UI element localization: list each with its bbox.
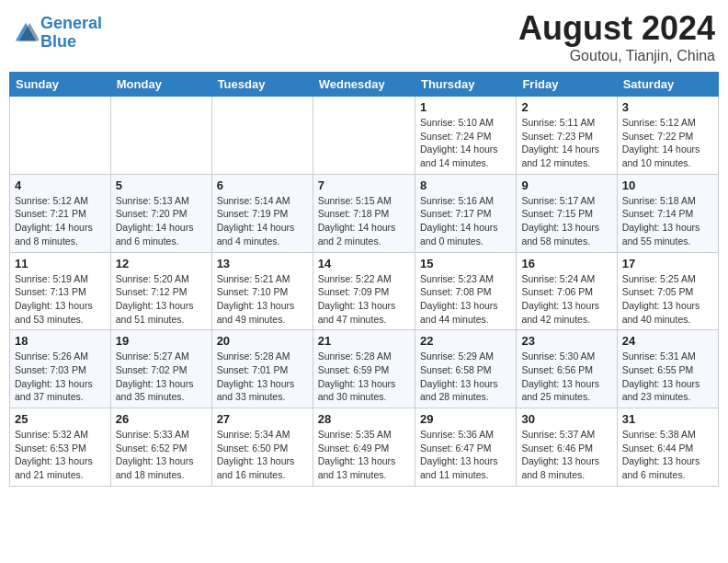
day-info: Sunrise: 5:36 AMSunset: 6:47 PMDaylight:… [420,428,511,482]
calendar-week-1: 1Sunrise: 5:10 AMSunset: 7:24 PMDaylight… [10,97,719,175]
calendar-cell-w2d1: 4Sunrise: 5:12 AMSunset: 7:21 PMDaylight… [10,174,111,252]
day-info: Sunrise: 5:29 AMSunset: 6:58 PMDaylight:… [420,350,511,404]
day-info: Sunrise: 5:20 AMSunset: 7:12 PMDaylight:… [116,272,207,327]
day-info: Sunrise: 5:22 AMSunset: 7:09 PMDaylight:… [318,272,410,327]
day-info: Sunrise: 5:33 AMSunset: 6:52 PMDaylight:… [116,428,207,482]
day-info: Sunrise: 5:14 AMSunset: 7:19 PMDaylight:… [217,194,308,248]
calendar-cell-w4d2: 19Sunrise: 5:27 AMSunset: 7:02 PMDayligh… [110,330,211,408]
day-number: 6 [217,178,308,192]
day-number: 16 [521,257,611,270]
day-info: Sunrise: 5:25 AMSunset: 7:05 PMDaylight:… [622,272,713,327]
logo: General Blue [13,15,102,52]
day-number: 3 [622,100,713,114]
day-number: 15 [420,257,511,270]
day-info: Sunrise: 5:23 AMSunset: 7:08 PMDaylight:… [420,272,511,327]
day-number: 31 [622,412,713,426]
weekday-header-saturday: Saturday [617,73,718,97]
calendar-cell-w2d4: 7Sunrise: 5:15 AMSunset: 7:18 PMDaylight… [313,174,415,252]
day-info: Sunrise: 5:31 AMSunset: 6:55 PMDaylight:… [622,350,713,404]
day-number: 10 [622,178,713,192]
day-info: Sunrise: 5:37 AMSunset: 6:46 PMDaylight:… [521,428,611,482]
calendar-week-3: 11Sunrise: 5:19 AMSunset: 7:13 PMDayligh… [10,252,719,330]
day-info: Sunrise: 5:28 AMSunset: 6:59 PMDaylight:… [318,350,410,404]
calendar-cell-w2d3: 6Sunrise: 5:14 AMSunset: 7:19 PMDaylight… [211,174,313,252]
calendar-cell-w1d5: 1Sunrise: 5:10 AMSunset: 7:24 PMDaylight… [415,97,516,175]
day-number: 19 [116,334,207,348]
calendar-cell-w5d3: 27Sunrise: 5:34 AMSunset: 6:50 PMDayligh… [211,408,313,487]
day-number: 17 [622,257,713,270]
calendar-cell-w4d7: 24Sunrise: 5:31 AMSunset: 6:55 PMDayligh… [617,330,718,408]
weekday-header-row: SundayMondayTuesdayWednesdayThursdayFrid… [10,73,719,97]
day-info: Sunrise: 5:38 AMSunset: 6:44 PMDaylight:… [622,428,713,482]
calendar-cell-w2d7: 10Sunrise: 5:18 AMSunset: 7:14 PMDayligh… [617,174,718,252]
day-number: 18 [15,334,106,348]
day-number: 14 [318,257,410,270]
day-info: Sunrise: 5:35 AMSunset: 6:49 PMDaylight:… [318,428,410,482]
calendar-cell-w5d1: 25Sunrise: 5:32 AMSunset: 6:53 PMDayligh… [10,408,111,487]
calendar-cell-w1d6: 2Sunrise: 5:11 AMSunset: 7:23 PMDaylight… [517,97,617,175]
day-info: Sunrise: 5:12 AMSunset: 7:22 PMDaylight:… [622,116,713,170]
calendar-cell-w2d5: 8Sunrise: 5:16 AMSunset: 7:17 PMDaylight… [415,174,516,252]
day-number: 11 [15,257,106,270]
day-number: 25 [15,412,106,426]
day-info: Sunrise: 5:24 AMSunset: 7:06 PMDaylight:… [521,272,611,327]
calendar-cell-w4d6: 23Sunrise: 5:30 AMSunset: 6:56 PMDayligh… [517,330,617,408]
day-info: Sunrise: 5:16 AMSunset: 7:17 PMDaylight:… [420,194,511,248]
day-info: Sunrise: 5:18 AMSunset: 7:14 PMDaylight:… [622,194,713,248]
weekday-header-monday: Monday [110,73,211,97]
day-number: 7 [318,178,410,192]
day-number: 5 [116,178,207,192]
day-number: 13 [217,257,308,270]
day-number: 28 [318,412,410,426]
calendar-week-2: 4Sunrise: 5:12 AMSunset: 7:21 PMDaylight… [10,174,719,252]
day-info: Sunrise: 5:11 AMSunset: 7:23 PMDaylight:… [521,116,611,170]
day-number: 29 [420,412,511,426]
day-info: Sunrise: 5:26 AMSunset: 7:03 PMDaylight:… [15,350,106,404]
weekday-header-friday: Friday [517,73,617,97]
day-info: Sunrise: 5:12 AMSunset: 7:21 PMDaylight:… [15,194,106,248]
calendar-cell-w3d3: 13Sunrise: 5:21 AMSunset: 7:10 PMDayligh… [211,252,313,330]
day-info: Sunrise: 5:17 AMSunset: 7:15 PMDaylight:… [521,194,611,248]
day-info: Sunrise: 5:10 AMSunset: 7:24 PMDaylight:… [420,116,511,170]
day-number: 23 [521,334,611,348]
calendar-cell-w1d1 [10,97,111,175]
calendar-cell-w5d2: 26Sunrise: 5:33 AMSunset: 6:52 PMDayligh… [110,408,211,487]
day-number: 8 [420,178,511,192]
title-block: August 2024 Goutou, Tianjin, China [518,9,715,64]
day-number: 24 [622,334,713,348]
calendar-cell-w4d5: 22Sunrise: 5:29 AMSunset: 6:58 PMDayligh… [415,330,516,408]
day-info: Sunrise: 5:15 AMSunset: 7:18 PMDaylight:… [318,194,410,248]
calendar-cell-w3d7: 17Sunrise: 5:25 AMSunset: 7:05 PMDayligh… [617,252,718,330]
day-info: Sunrise: 5:28 AMSunset: 7:01 PMDaylight:… [217,350,308,404]
day-number: 27 [217,412,308,426]
page-header: General Blue August 2024 Goutou, Tianjin… [9,9,719,64]
day-number: 20 [217,334,308,348]
calendar-cell-w5d7: 31Sunrise: 5:38 AMSunset: 6:44 PMDayligh… [617,408,718,487]
calendar-cell-w3d4: 14Sunrise: 5:22 AMSunset: 7:09 PMDayligh… [313,252,415,330]
weekday-header-sunday: Sunday [10,73,111,97]
day-number: 1 [420,100,511,114]
calendar-cell-w1d3 [211,97,313,175]
calendar-week-4: 18Sunrise: 5:26 AMSunset: 7:03 PMDayligh… [10,330,719,408]
calendar-cell-w3d5: 15Sunrise: 5:23 AMSunset: 7:08 PMDayligh… [415,252,516,330]
calendar-cell-w5d4: 28Sunrise: 5:35 AMSunset: 6:49 PMDayligh… [313,408,415,487]
calendar-cell-w5d5: 29Sunrise: 5:36 AMSunset: 6:47 PMDayligh… [415,408,516,487]
day-info: Sunrise: 5:34 AMSunset: 6:50 PMDaylight:… [217,428,308,482]
location: Goutou, Tianjin, China [518,48,715,64]
calendar-cell-w3d6: 16Sunrise: 5:24 AMSunset: 7:06 PMDayligh… [517,252,617,330]
day-number: 4 [15,178,106,192]
day-number: 21 [318,334,410,348]
logo-icon [13,20,39,46]
day-number: 26 [116,412,207,426]
day-info: Sunrise: 5:13 AMSunset: 7:20 PMDaylight:… [116,194,207,248]
calendar-cell-w1d7: 3Sunrise: 5:12 AMSunset: 7:22 PMDaylight… [617,97,718,175]
calendar-cell-w4d1: 18Sunrise: 5:26 AMSunset: 7:03 PMDayligh… [10,330,111,408]
day-number: 12 [116,257,207,270]
day-number: 22 [420,334,511,348]
day-info: Sunrise: 5:19 AMSunset: 7:13 PMDaylight:… [15,272,106,327]
weekday-header-tuesday: Tuesday [211,73,313,97]
calendar-cell-w3d1: 11Sunrise: 5:19 AMSunset: 7:13 PMDayligh… [10,252,111,330]
weekday-header-wednesday: Wednesday [313,73,415,97]
calendar-cell-w2d2: 5Sunrise: 5:13 AMSunset: 7:20 PMDaylight… [110,174,211,252]
calendar-cell-w2d6: 9Sunrise: 5:17 AMSunset: 7:15 PMDaylight… [517,174,617,252]
